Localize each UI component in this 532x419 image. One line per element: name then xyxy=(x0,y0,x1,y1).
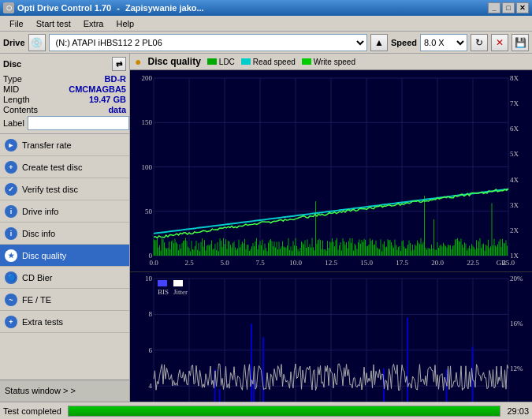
type-label: Type xyxy=(3,74,22,84)
drive-select[interactable]: (N:) ATAPI iHBS112 2 PL06 xyxy=(49,34,367,51)
disc-info-icon: i xyxy=(5,227,17,240)
sidebar-item-fe-te[interactable]: ~ FE / TE xyxy=(0,289,129,311)
app-icon: ⬡ xyxy=(3,2,14,13)
sidebar-item-status-window[interactable]: Status window > > xyxy=(0,380,129,402)
drivebar: Drive 💿 (N:) ATAPI iHBS112 2 PL06 ▲ Spee… xyxy=(0,32,532,54)
legend-read-speed-color xyxy=(241,58,251,65)
disc-quality-header: ● Disc quality LDC Read speed Write spee… xyxy=(130,54,532,70)
sidebar-item-disc-info[interactable]: i Disc info xyxy=(0,223,129,245)
disc-swap-button[interactable]: ⇄ xyxy=(112,57,126,71)
sidebar-item-verify-test-disc[interactable]: ✓ Verify test disc xyxy=(0,178,129,200)
sidebar-item-extra-tests[interactable]: + Extra tests xyxy=(0,311,129,333)
contents-label: Contents xyxy=(3,105,38,114)
label-label: Label xyxy=(3,118,24,128)
legend-ldc: LDC xyxy=(207,58,235,66)
speed-select[interactable]: 8.0 X xyxy=(420,34,467,51)
status-time: 29:03 xyxy=(507,406,529,416)
save-button[interactable]: 💾 xyxy=(512,34,529,51)
sidebar-item-transfer-rate[interactable]: ► Transfer rate xyxy=(0,134,129,156)
speed-label: Speed xyxy=(391,38,417,47)
menu-file[interactable]: File xyxy=(3,17,30,30)
menu-start-test[interactable]: Start test xyxy=(30,17,77,30)
extra-tests-icon: + xyxy=(5,316,17,328)
menu-help[interactable]: Help xyxy=(110,17,140,30)
titlebar: ⬡ Opti Drive Control 1.70 - Zapisywanie … xyxy=(0,0,532,16)
window-controls: _ □ ✕ xyxy=(488,2,529,13)
window-title: Opti Drive Control 1.70 xyxy=(17,3,111,13)
sidebar-item-disc-quality[interactable]: ★ Disc quality xyxy=(0,245,129,267)
legend-write-speed: Write speed xyxy=(302,58,355,66)
drive-label: Drive xyxy=(3,38,25,47)
legend-ldc-color xyxy=(207,58,217,65)
menu-extra[interactable]: Extra xyxy=(77,17,110,30)
length-value: 19.47 GB xyxy=(89,95,126,104)
status-text: Test completed xyxy=(3,406,61,416)
legend-write-speed-color xyxy=(302,58,311,65)
disc-panel: Disc ⇄ Type BD-R MID CMCMAGBA5 Length 19… xyxy=(0,54,129,134)
length-label: Length xyxy=(3,95,30,104)
chart-lower xyxy=(130,272,532,402)
legend-read-speed: Read speed xyxy=(241,58,296,66)
verify-test-disc-icon: ✓ xyxy=(5,183,17,196)
disc-quality-icon: ★ xyxy=(5,249,17,262)
close-button[interactable]: ✕ xyxy=(516,2,529,13)
contents-value: data xyxy=(108,105,126,114)
clear-button[interactable]: ✕ xyxy=(491,34,508,51)
maximize-button[interactable]: □ xyxy=(502,2,515,13)
create-test-disc-icon: + xyxy=(5,161,17,174)
menubar: File Start test Extra Help xyxy=(0,16,532,32)
mid-value: CMCMAGBA5 xyxy=(69,84,126,94)
chart-upper xyxy=(130,70,532,271)
sidebar-item-drive-info[interactable]: i Drive info xyxy=(0,200,129,223)
refresh-button[interactable]: ↻ xyxy=(471,34,488,51)
progress-bar xyxy=(68,406,500,417)
main-layout: Disc ⇄ Type BD-R MID CMCMAGBA5 Length 19… xyxy=(0,54,532,402)
statusbar: Test completed 29:03 xyxy=(0,402,532,419)
fe-te-icon: ~ xyxy=(5,294,17,306)
drive-icon: 💿 xyxy=(28,34,46,51)
label-input[interactable] xyxy=(28,116,129,130)
charts-container xyxy=(130,70,532,402)
cd-bier-icon: 🔵 xyxy=(5,271,17,284)
disc-header-label: Disc xyxy=(3,59,21,69)
disc-quality-title: Disc quality xyxy=(147,56,200,67)
transfer-rate-icon: ► xyxy=(5,139,17,152)
type-value: BD-R xyxy=(105,74,127,84)
mid-label: MID xyxy=(3,84,19,94)
eject-button[interactable]: ▲ xyxy=(370,34,388,51)
minimize-button[interactable]: _ xyxy=(488,2,500,13)
window-subtitle: Zapisywanie jako... xyxy=(125,3,204,13)
drive-info-icon: i xyxy=(5,205,17,218)
progress-bar-fill xyxy=(69,406,500,416)
content-area: ● Disc quality LDC Read speed Write spee… xyxy=(130,54,532,402)
sidebar-item-create-test-disc[interactable]: + Create test disc xyxy=(0,156,129,178)
sidebar-item-cd-bier[interactable]: 🔵 CD Bier xyxy=(0,267,129,289)
sidebar: Disc ⇄ Type BD-R MID CMCMAGBA5 Length 19… xyxy=(0,54,130,402)
